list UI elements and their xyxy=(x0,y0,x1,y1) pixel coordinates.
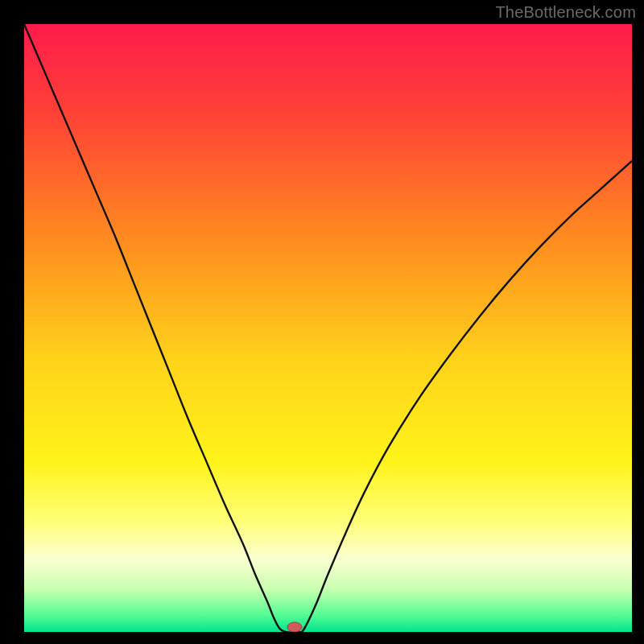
plot-background xyxy=(24,24,632,632)
watermark-text: TheBottleneck.com xyxy=(495,3,636,22)
current-point-marker xyxy=(287,622,302,632)
chart-frame: TheBottleneck.com xyxy=(0,0,644,644)
chart-svg xyxy=(0,0,644,644)
